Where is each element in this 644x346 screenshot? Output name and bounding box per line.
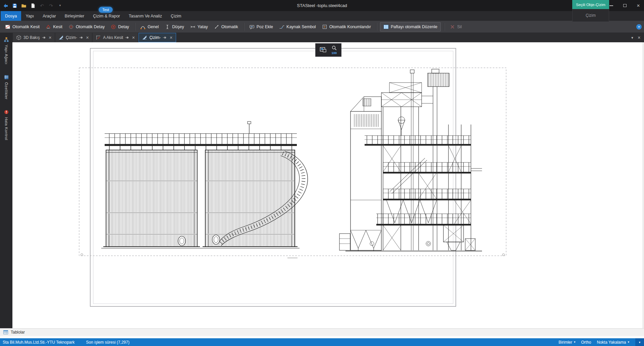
undo-icon[interactable]: ↶	[39, 3, 45, 8]
menu-item-cizim[interactable]: Çizim	[166, 11, 185, 21]
ribbon-toolbar: Otomatik KesitKesitOtomatik DetayDetayGe…	[0, 21, 644, 33]
dim-horizontal-icon	[190, 24, 196, 30]
toolbar-label: Yatay	[198, 24, 208, 29]
toolbar-button-otomatik[interactable]: Otomatik	[211, 22, 241, 32]
close-tab-icon[interactable]: ✕	[132, 36, 135, 40]
redo-icon[interactable]: ↷	[48, 3, 54, 8]
sidebar-item-hata-kontrol[interactable]: Hata Kontrol	[4, 109, 9, 140]
toolbar-button-dusey[interactable]: Düşey	[162, 22, 187, 32]
weld-icon	[279, 24, 284, 30]
toolbar-button-paftayi-otomatik-duzenle[interactable]: Paftayı otomatik Düzenle	[380, 22, 441, 32]
sidebar-item-yapi-agaci[interactable]: Yapı Ağacı	[4, 37, 9, 64]
tanks-elevation	[101, 121, 308, 248]
tab-list-chevron-icon[interactable]: ▾	[631, 36, 633, 40]
magnifier-icon	[331, 45, 337, 51]
toolbar-label: Detay	[118, 24, 129, 29]
minimize-icon	[609, 5, 613, 6]
statusbar-gap	[0, 336, 644, 338]
drawing-icon	[58, 35, 64, 40]
toolbar-label: Poz Ekle	[257, 24, 273, 29]
toolbar-label: Otomatik Konumlandır	[329, 24, 371, 29]
properties-icon	[4, 75, 9, 80]
status-corner-chevron[interactable]: ▾	[635, 338, 644, 346]
toolbar-button-yatay[interactable]: Yatay	[187, 22, 211, 32]
canvas-mini-toolbar: 100	[315, 43, 341, 57]
sidebar-item-ozellikler[interactable]: Özellikler	[4, 75, 9, 99]
pin-icon[interactable]	[125, 36, 129, 40]
tables-button[interactable]: Tablolar	[11, 330, 25, 335]
quick-access-toolbar: ↶↷▾	[0, 3, 63, 8]
dim-auto-icon	[214, 24, 219, 30]
close-tab-icon[interactable]: ✕	[86, 36, 89, 40]
tabbar-close-icon[interactable]: ✕	[638, 36, 641, 40]
menu-item-tasarim-ve-analiz[interactable]: Tasarım Ve Analiz	[124, 11, 166, 21]
toolbar-button-sil[interactable]: Sil	[447, 22, 465, 32]
new-file-icon[interactable]	[30, 3, 36, 8]
drawing-icon	[142, 35, 147, 40]
toolbar-label: Genel	[148, 24, 159, 29]
titlebar: ↶↷▾ STASteel -toplu.steel4cad ✕	[0, 0, 644, 11]
section-auto-icon	[5, 24, 10, 30]
status-birimler[interactable]: Birimler▾	[558, 340, 575, 345]
tab-label: Çizim-	[149, 35, 161, 40]
pin-icon[interactable]	[79, 36, 83, 40]
pin-icon[interactable]	[163, 36, 167, 40]
doc-tab-a-aks-kesit-2[interactable]: A Aks Kesit✕	[93, 33, 138, 42]
toolbar-separator	[135, 23, 135, 31]
save-icon[interactable]	[12, 3, 17, 8]
selected-object-panel: Seçili Obje-Çizim Çizim	[572, 0, 609, 22]
menu-caret-icon[interactable]: ▾	[57, 3, 63, 8]
workspace: Yapı AğacıÖzelliklerHata Kontrol 3D Bakı…	[0, 33, 644, 328]
maximize-button[interactable]	[623, 4, 627, 7]
toolbar-button-otomatik-kesit[interactable]: Otomatik Kesit	[2, 22, 43, 32]
status-label: Nokta Yakalama	[597, 340, 626, 345]
doc-tab-cizim-1[interactable]: Çizim-✕	[55, 33, 92, 42]
toolbar-label: Kesit	[53, 24, 62, 29]
pin-icon[interactable]	[42, 36, 46, 40]
tables-icon	[3, 330, 8, 335]
close-tab-icon[interactable]: ✕	[169, 36, 172, 40]
menu-item-yapi[interactable]: Yapı	[21, 11, 38, 21]
toolbar-button-kesit[interactable]: Kesit	[43, 22, 65, 32]
minimize-button[interactable]	[609, 5, 613, 6]
menu-item-dosya[interactable]: Dosya	[1, 11, 21, 21]
position-auto-icon	[322, 24, 327, 30]
window-controls: ✕	[609, 0, 640, 11]
close-button[interactable]: ✕	[637, 4, 640, 8]
status-nokta-yakalama[interactable]: Nokta Yakalama▾	[597, 340, 629, 345]
menu-item-birlesimler[interactable]: Birleşimler	[60, 11, 89, 21]
status-right: Birimler▾OrthoNokta Yakalama▾	[558, 340, 644, 345]
doc-tab-cizim-3[interactable]: Çizim-✕	[139, 33, 176, 42]
cube-icon	[16, 35, 21, 40]
toolbar-label: Düşey	[172, 24, 184, 29]
fit-view-button[interactable]	[320, 47, 327, 53]
zoom-button[interactable]: 100	[331, 45, 337, 55]
toolbar-button-poz-ekle[interactable]: Poz Ekle	[246, 22, 276, 32]
ribbon-overflow-button[interactable]: ▾	[636, 24, 642, 30]
technical-drawing	[12, 42, 644, 328]
sidebar-label: Hata Kontrol	[4, 117, 8, 140]
close-tab-icon[interactable]: ✕	[49, 36, 52, 40]
drawing-canvas[interactable]: 100	[12, 42, 644, 328]
doc-tab-3d-bakis-0[interactable]: 3D Bakış✕	[13, 33, 55, 42]
menu-item-araclar[interactable]: Araçlar	[38, 11, 60, 21]
delete-icon	[450, 24, 455, 30]
poz-icon	[249, 24, 255, 30]
status-ortho[interactable]: Ortho	[581, 340, 591, 345]
tables-bar: Tablolar	[0, 328, 644, 336]
toolbar-separator	[244, 23, 244, 31]
toolbar-button-genel[interactable]: Genel	[137, 22, 162, 32]
vertical-scrollbar[interactable]	[642, 42, 644, 328]
selected-object-tab[interactable]: Çizim	[572, 9, 609, 22]
sidebar-label: Yapı Ağacı	[4, 45, 8, 64]
status-text-0: Sta Bil.Muh.Mus.Ltd.Sti.-YTU Teknopark	[3, 340, 75, 345]
selected-object-header[interactable]: Seçili Obje-Çizim	[572, 0, 609, 9]
status-bar: Sta Bil.Muh.Mus.Ltd.Sti.-YTU TeknoparkSo…	[0, 338, 644, 346]
genel-icon	[140, 24, 146, 30]
app-window: ↶↷▾ STASteel -toplu.steel4cad ✕ Seçili O…	[0, 0, 644, 346]
toolbar-button-kaynak-sembol[interactable]: Kaynak Sembol	[276, 22, 319, 32]
toolbar-button-otomatik-detay[interactable]: Otomatik Detay	[65, 22, 108, 32]
open-folder-icon[interactable]	[21, 3, 26, 8]
toolbar-button-detay[interactable]: Detay	[108, 22, 132, 32]
toolbar-button-otomatik-konumlandir[interactable]: Otomatik Konumlandır	[319, 22, 374, 32]
